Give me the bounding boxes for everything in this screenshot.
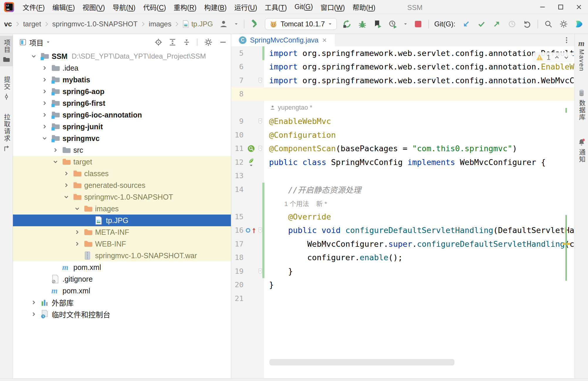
tree-item[interactable]: generated-sources <box>13 179 231 191</box>
tree-chevron[interactable] <box>50 147 62 153</box>
tree-chevron[interactable] <box>29 299 40 306</box>
menu-item-T[interactable]: 工具(T) <box>261 0 290 14</box>
breadcrumb-item[interactable]: target <box>23 20 41 28</box>
fold-region[interactable] <box>256 146 264 151</box>
tree-chevron[interactable] <box>50 159 62 165</box>
code-text[interactable]: @ComponentScan(basePackages = "com.this0… <box>269 144 575 153</box>
chevron-down-icon[interactable] <box>403 22 408 26</box>
code-text[interactable]: } <box>269 280 575 289</box>
chevron-closed-icon[interactable] <box>74 229 80 235</box>
sidebar-item-数据库[interactable]: 数据库 <box>575 86 588 124</box>
tree-chevron[interactable] <box>40 123 51 130</box>
minimize-button[interactable] <box>533 0 552 14</box>
tab-options-kebab-icon[interactable] <box>563 36 570 44</box>
ide-services-icon[interactable] <box>574 19 584 29</box>
menu-item-N[interactable]: 导航(N) <box>109 0 139 14</box>
chevron-down-icon[interactable] <box>46 40 50 45</box>
code-text[interactable]: } <box>269 267 575 276</box>
fold-pin-icon[interactable] <box>258 268 262 274</box>
debug-button[interactable] <box>357 19 367 29</box>
tree-item[interactable]: src <box>13 144 231 156</box>
chevron-closed-icon[interactable] <box>41 88 48 95</box>
chevron-open-icon[interactable] <box>52 159 59 165</box>
menu-item-F[interactable]: 文件(F) <box>19 0 48 14</box>
spring-scan-icon[interactable] <box>247 144 255 153</box>
prev-warning-icon[interactable] <box>554 55 560 60</box>
code-text[interactable]: @Configuration <box>269 130 575 140</box>
tree-item[interactable]: SSMD:\SDE_YPT\Data_YPT\Idea_Project\SSM <box>13 50 231 62</box>
git-menu-label[interactable]: Git(G): <box>434 20 455 28</box>
sidebar-item-3[interactable]: 拉取请求 <box>0 110 13 155</box>
rollback-button[interactable] <box>522 19 532 29</box>
hide-panel-icon[interactable] <box>219 38 227 46</box>
git-commit-button[interactable] <box>477 19 486 29</box>
code-text[interactable]: configurer.enable(); <box>269 253 575 262</box>
tree-item[interactable]: spring-junit <box>13 121 231 132</box>
tree-item[interactable]: .gitignore <box>13 273 231 285</box>
code-text[interactable]: public class SpringMvcConfig implements … <box>269 158 575 167</box>
chevron-closed-icon[interactable] <box>63 170 70 177</box>
gutter-icons[interactable] <box>246 157 256 167</box>
stop-button[interactable] <box>413 19 423 29</box>
tree-chevron[interactable] <box>29 53 40 59</box>
user-icon[interactable] <box>219 19 229 29</box>
breadcrumb-item[interactable]: tp.JPG <box>183 20 213 28</box>
tree-item[interactable]: WEB-INF <box>13 238 231 250</box>
tree-item[interactable]: .idea <box>13 62 231 74</box>
tree-item[interactable]: 外部库 <box>13 297 231 308</box>
code-text[interactable]: 1 个用法 新 * <box>269 198 575 208</box>
tree-item[interactable]: classes <box>13 168 231 179</box>
code-text[interactable]: import org.springframework.web.servlet.c… <box>269 49 575 58</box>
maximize-button[interactable] <box>552 0 570 14</box>
menu-item-R[interactable]: 重构(R) <box>170 0 200 14</box>
tree-item[interactable]: 临时文件和控制台 <box>13 308 231 320</box>
next-warning-icon[interactable] <box>563 55 569 60</box>
close-button[interactable] <box>570 0 588 14</box>
inlay-hint[interactable]: yupengtao * <box>270 104 312 111</box>
chevron-closed-icon[interactable] <box>41 76 48 83</box>
menu-item-B[interactable]: 构建(B) <box>200 0 231 14</box>
history-button[interactable] <box>507 19 517 29</box>
breadcrumb-item[interactable]: images <box>149 20 171 28</box>
tree-item[interactable]: spring6-ioc-annotation <box>13 109 231 121</box>
tree-item[interactable]: springmvc <box>13 132 231 144</box>
chevron-closed-icon[interactable] <box>31 299 37 306</box>
fold-region[interactable] <box>256 118 264 124</box>
code-text[interactable]: public void configureDefaultServletHandl… <box>269 226 575 235</box>
inspection-widget[interactable]: 1 <box>533 52 573 63</box>
tree-item[interactable]: target <box>13 156 231 168</box>
search-everywhere-button[interactable] <box>543 19 553 29</box>
settings-button[interactable] <box>559 19 569 29</box>
tree-item[interactable]: spring6-aop <box>13 86 231 97</box>
panel-options-icon[interactable] <box>204 38 213 47</box>
fold-region[interactable] <box>256 78 264 83</box>
tree-chevron[interactable] <box>40 112 51 118</box>
fold-pin-icon[interactable] <box>258 146 262 151</box>
tab-close-icon[interactable] <box>322 38 327 43</box>
code-text[interactable]: //开启静态资源处理 <box>269 184 575 195</box>
run-configuration-select[interactable]: Tomcat 10.1.7 <box>265 18 337 30</box>
select-opened-file-icon[interactable] <box>155 38 162 46</box>
gutter-icons[interactable] <box>246 227 256 234</box>
chevron-closed-icon[interactable] <box>41 65 48 71</box>
menu-item-V[interactable]: 视图(V) <box>79 0 109 14</box>
fold-pin-icon[interactable] <box>258 78 262 83</box>
expand-all-icon[interactable] <box>169 38 176 46</box>
horizontal-scrollbar-thumb[interactable] <box>269 359 454 365</box>
tree-chevron[interactable] <box>40 100 51 106</box>
chevron-closed-icon[interactable] <box>41 112 48 118</box>
tree-chevron[interactable] <box>72 205 84 212</box>
sidebar-item-1[interactable]: 项目 <box>0 36 13 66</box>
tree-chevron[interactable] <box>61 170 73 177</box>
inlay-hint[interactable]: 1 个用法 新 * <box>284 198 327 208</box>
chevron-closed-icon[interactable] <box>74 241 80 247</box>
chevron-closed-icon[interactable] <box>41 123 48 130</box>
rerun-button[interactable] <box>342 19 352 29</box>
build-hammer-icon[interactable] <box>250 19 260 29</box>
tree-item[interactable]: mpom.xml <box>13 261 231 273</box>
sidebar-item-Maven[interactable]: mMaven <box>575 37 588 75</box>
chevron-closed-icon[interactable] <box>31 311 37 317</box>
run-with-coverage-button[interactable] <box>373 19 383 29</box>
code-text[interactable]: @EnableWebMvc <box>269 117 575 126</box>
menu-item-E[interactable]: 编辑(E) <box>48 0 79 14</box>
